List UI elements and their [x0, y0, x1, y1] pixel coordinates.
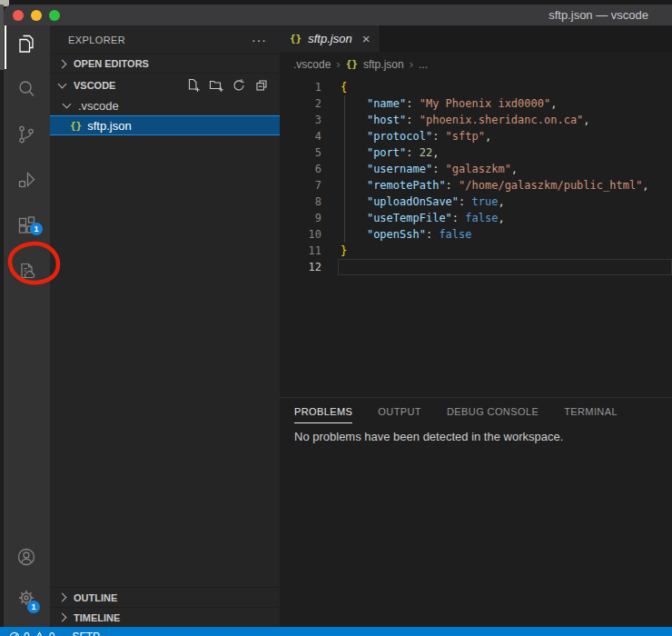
- bottom-panel: PROBLEMS OUTPUT DEBUG CONSOLE TERMINAL N…: [280, 397, 672, 627]
- code-line[interactable]: 9 "useTempFile": false,: [280, 210, 672, 226]
- source-control-button[interactable]: [15, 124, 37, 145]
- files-icon: [15, 33, 37, 55]
- chevron-down-icon: [58, 80, 67, 89]
- line-number: 3: [280, 112, 321, 128]
- line-content: "username": "galaszkm",: [321, 161, 518, 177]
- problems-message: No problems have been detected in the wo…: [294, 430, 672, 443]
- json-file-icon: {}: [70, 120, 82, 132]
- activity-bar: [4, 25, 50, 627]
- traffic-lights: [13, 10, 60, 21]
- breadcrumb-symbol[interactable]: ...: [419, 58, 428, 71]
- code-line[interactable]: 3 "host": "phoenix.sheridanc.on.ca",: [280, 112, 672, 128]
- file-name: sftp.json: [87, 119, 131, 133]
- timeline-label: TIMELINE: [74, 612, 120, 623]
- sftp-extension-button[interactable]: [15, 260, 37, 282]
- window-title: sftp.json — vscode: [548, 8, 648, 22]
- explorer-actions: [186, 78, 280, 93]
- json-file-icon: {}: [290, 33, 301, 45]
- panel-tabs: PROBLEMS OUTPUT DEBUG CONSOLE TERMINAL: [280, 398, 672, 423]
- settings-badge: 1: [27, 601, 40, 613]
- code-line[interactable]: 11}: [280, 243, 672, 259]
- code-line[interactable]: 8 "uploadOnSave": true,: [280, 194, 672, 210]
- close-window-button[interactable]: [13, 10, 24, 21]
- json-file-icon: {}: [346, 58, 358, 70]
- code-line[interactable]: 5 "port": 22,: [280, 144, 672, 161]
- workspace-root-section[interactable]: VSCODE: [50, 75, 280, 95]
- code-lines: 1{2 "name": "My Phoenix ixd0000",3 "host…: [280, 79, 672, 275]
- breadcrumb-folder[interactable]: .vscode: [293, 58, 331, 71]
- search-icon: [15, 78, 37, 100]
- line-content: "port": 22,: [321, 144, 439, 161]
- code-line[interactable]: 7 "remotePath": "/home/galaszkm/public_h…: [280, 177, 672, 194]
- problems-status-item[interactable]: 0 0: [9, 631, 54, 636]
- sidebar-header: EXPLORER ···: [50, 25, 280, 54]
- tab-bar: {} sftp.json ×: [280, 25, 672, 52]
- current-line-highlight: [338, 259, 672, 275]
- line-number: 11: [280, 243, 321, 259]
- code-line[interactable]: 2 "name": "My Phoenix ixd0000",: [280, 95, 672, 112]
- run-debug-button[interactable]: [15, 169, 37, 191]
- code-line[interactable]: 10 "openSsh": false: [280, 226, 672, 243]
- chevron-right-icon: [58, 59, 67, 68]
- sftp-status-item[interactable]: SFTP: [72, 631, 100, 636]
- more-actions-icon[interactable]: ···: [252, 33, 267, 47]
- breadcrumb-separator: ›: [410, 57, 413, 71]
- active-view-indicator: [5, 25, 6, 69]
- tab-debug-console[interactable]: DEBUG CONSOLE: [447, 406, 539, 423]
- line-number: 2: [280, 95, 321, 112]
- tab-output[interactable]: OUTPUT: [378, 406, 421, 423]
- breadcrumb-file[interactable]: sftp.json: [363, 58, 404, 71]
- workspace-root-label: VSCODE: [74, 80, 115, 91]
- warning-icon: [34, 631, 45, 636]
- chevron-right-icon: [58, 613, 67, 622]
- line-number: 5: [280, 144, 321, 161]
- error-count: 0: [24, 631, 30, 636]
- folder-name: .vscode: [78, 99, 119, 113]
- status-bar: 0 0 SFTP: [0, 627, 672, 636]
- code-line[interactable]: 12: [280, 259, 672, 275]
- refresh-icon[interactable]: [232, 78, 246, 93]
- close-tab-icon[interactable]: ×: [362, 31, 371, 46]
- search-button[interactable]: [15, 78, 37, 100]
- code-editor[interactable]: 1{2 "name": "My Phoenix ixd0000",3 "host…: [280, 76, 672, 397]
- code-line[interactable]: 6 "username": "galaszkm",: [280, 161, 672, 177]
- extensions-badge: 1: [30, 223, 43, 235]
- accounts-button[interactable]: [15, 546, 37, 568]
- sidebar-title: EXPLORER: [68, 35, 252, 45]
- breadcrumb-separator: ›: [336, 57, 340, 71]
- tree-item-vscode-folder[interactable]: .vscode: [50, 95, 280, 115]
- open-editors-section[interactable]: OPEN EDITORS: [50, 54, 280, 74]
- line-number: 6: [280, 161, 321, 177]
- tree-item-sftp-json[interactable]: {} sftp.json: [50, 115, 280, 135]
- tab-terminal[interactable]: TERMINAL: [564, 406, 618, 423]
- warning-count: 0: [49, 631, 55, 636]
- line-number: 1: [280, 79, 321, 95]
- line-content: {: [321, 79, 347, 95]
- tab-sftp-json[interactable]: {} sftp.json ×: [280, 25, 380, 52]
- new-file-icon[interactable]: [186, 78, 201, 93]
- explorer-button[interactable]: [15, 33, 37, 55]
- zoom-window-button[interactable]: [49, 10, 60, 21]
- line-number: 4: [280, 128, 321, 144]
- timeline-section[interactable]: TIMELINE: [50, 607, 280, 627]
- line-number: 7: [280, 177, 321, 194]
- code-line[interactable]: 1{: [280, 79, 672, 95]
- line-content: "host": "phoenix.sheridanc.on.ca",: [321, 112, 590, 128]
- code-line[interactable]: 4 "protocol": "sftp",: [280, 128, 672, 144]
- line-number: 10: [280, 226, 321, 243]
- tab-problems[interactable]: PROBLEMS: [294, 406, 352, 423]
- outline-label: OUTLINE: [74, 592, 117, 603]
- minimize-window-button[interactable]: [31, 10, 42, 21]
- git-branch-icon: [15, 124, 37, 145]
- line-number: 12: [280, 259, 321, 275]
- outline-section[interactable]: OUTLINE: [50, 587, 280, 607]
- open-editors-label: OPEN EDITORS: [74, 58, 149, 69]
- line-content: "remotePath": "/home/galaszkm/public_htm…: [321, 177, 649, 194]
- new-folder-icon[interactable]: [209, 78, 223, 93]
- error-icon: [9, 631, 20, 636]
- account-icon: [15, 546, 37, 568]
- sidebar-explorer: EXPLORER ··· OPEN EDITORS VSCODE .vscode: [50, 25, 280, 627]
- line-number: 9: [280, 210, 321, 226]
- editor-region: {} sftp.json × .vscode › {} sftp.json › …: [280, 25, 672, 627]
- collapse-all-icon[interactable]: [254, 78, 269, 93]
